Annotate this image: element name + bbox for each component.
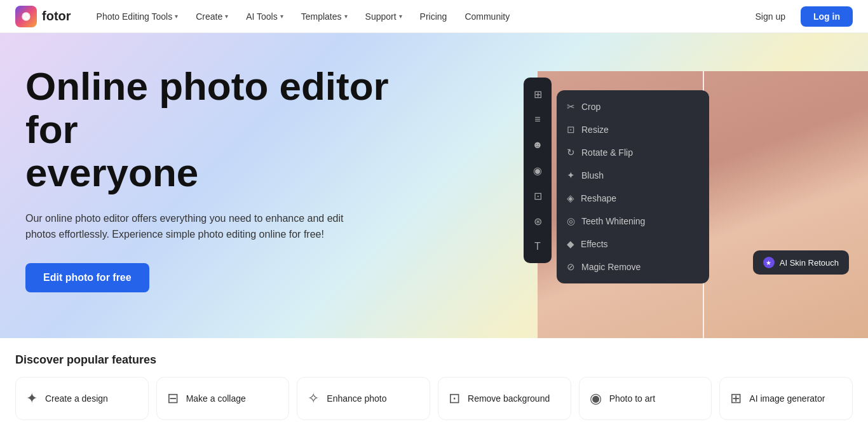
navbar: fotor Photo Editing Tools▾Create▾AI Tool… bbox=[0, 0, 868, 33]
editor-menu-rotate-&-flip[interactable]: ↻Rotate & Flip bbox=[557, 141, 709, 164]
ai-icon: ★ bbox=[763, 257, 775, 268]
feature-card-photo-to-art[interactable]: ◉Photo to art bbox=[579, 377, 712, 420]
ai-tooltip: ★ AI Skin Retouch bbox=[753, 250, 849, 275]
frame-icon[interactable]: ⊡ bbox=[526, 184, 549, 207]
menu-item-icon: ◆ bbox=[567, 238, 574, 250]
editor-menu-magic-remove[interactable]: ⊘Magic Remove bbox=[557, 255, 709, 278]
feature-icon: ◉ bbox=[590, 390, 602, 407]
nav-item-community[interactable]: Community bbox=[457, 8, 517, 25]
menu-item-icon: ⊡ bbox=[567, 124, 575, 135]
menu-item-icon: ↻ bbox=[567, 147, 575, 158]
chevron-down-icon: ▾ bbox=[175, 13, 178, 20]
edit-photo-button[interactable]: Edit photo for free bbox=[25, 263, 149, 292]
feature-card-ai-image-generator[interactable]: ⊞AI image generator bbox=[719, 377, 853, 420]
feature-label: Make a collage bbox=[186, 393, 246, 404]
menu-item-label: Crop bbox=[581, 102, 600, 112]
editor-menu-resize[interactable]: ⊡Resize bbox=[557, 118, 709, 141]
editor-menu-effects[interactable]: ◆Effects bbox=[557, 233, 709, 255]
feature-label: Enhance photo bbox=[327, 393, 386, 404]
editor-menu-crop[interactable]: ✂Crop bbox=[557, 95, 709, 118]
feature-icon: ⊞ bbox=[730, 390, 742, 407]
menu-item-icon: ✂ bbox=[567, 101, 575, 112]
feature-icon: ✦ bbox=[26, 390, 37, 407]
chevron-down-icon: ▾ bbox=[344, 13, 348, 20]
nav-item-photo-editing-tools[interactable]: Photo Editing Tools▾ bbox=[89, 8, 186, 25]
editor-panel: ⊞ ≡ ☻ ◉ ⊡ ⊛ T ✂Crop⊡Resize↻Rotate & Flip… bbox=[538, 71, 868, 325]
feature-label: Photo to art bbox=[609, 393, 655, 404]
grid-icon[interactable]: ⊞ bbox=[526, 83, 549, 106]
menu-item-icon: ✦ bbox=[567, 170, 575, 181]
feature-card-remove-background[interactable]: ⊡Remove background bbox=[438, 377, 571, 420]
editor-menu: ✂Crop⊡Resize↻Rotate & Flip✦Blush◈Reshape… bbox=[557, 90, 709, 283]
feature-icon: ⊡ bbox=[449, 390, 460, 407]
menu-item-label: Effects bbox=[581, 239, 608, 249]
eye-icon[interactable]: ◉ bbox=[526, 159, 549, 182]
nav-item-create[interactable]: Create▾ bbox=[188, 8, 236, 25]
logo[interactable]: fotor bbox=[15, 6, 71, 27]
feature-icon: ⊟ bbox=[167, 390, 179, 407]
editor-menu-reshape[interactable]: ◈Reshape bbox=[557, 187, 709, 210]
chevron-down-icon: ▾ bbox=[280, 13, 283, 20]
sign-up-button[interactable]: Sign up bbox=[748, 8, 793, 25]
editor-icon-column: ⊞ ≡ ☻ ◉ ⊡ ⊛ T bbox=[524, 78, 552, 263]
logo-icon bbox=[15, 6, 37, 27]
nav-item-templates[interactable]: Templates▾ bbox=[294, 8, 355, 25]
features-section: Discover popular features ✦Create a desi… bbox=[0, 338, 868, 422]
feature-icon: ✧ bbox=[308, 390, 319, 407]
menu-item-label: Resize bbox=[581, 125, 609, 135]
chevron-down-icon: ▾ bbox=[225, 13, 228, 20]
logo-text: fotor bbox=[42, 9, 71, 24]
feature-card-enhance-photo[interactable]: ✧Enhance photo bbox=[297, 377, 430, 420]
hero-text: Online photo editor for everyone Our onl… bbox=[25, 65, 432, 292]
log-in-button[interactable]: Log in bbox=[801, 6, 853, 27]
nav-actions: Sign up Log in bbox=[748, 6, 853, 27]
svg-point-0 bbox=[22, 12, 30, 20]
feature-label: Create a design bbox=[45, 393, 108, 404]
menu-item-icon: ◈ bbox=[567, 193, 574, 204]
menu-item-icon: ⊘ bbox=[567, 261, 575, 273]
person-icon[interactable]: ☻ bbox=[526, 133, 549, 156]
feature-label: AI image generator bbox=[749, 393, 825, 404]
hero-subtitle: Our online photo editor offers everythin… bbox=[25, 210, 356, 243]
nav-item-support[interactable]: Support▾ bbox=[358, 8, 410, 25]
nav-item-pricing[interactable]: Pricing bbox=[412, 8, 455, 25]
chevron-down-icon: ▾ bbox=[399, 13, 402, 20]
menu-item-label: Teeth Whitening bbox=[581, 216, 645, 226]
menu-item-label: Reshape bbox=[581, 193, 616, 203]
hero-title: Online photo editor for everyone bbox=[25, 65, 432, 195]
feature-label: Remove background bbox=[468, 393, 550, 404]
hero-section: Online photo editor for everyone Our onl… bbox=[0, 33, 868, 338]
sliders-icon[interactable]: ≡ bbox=[526, 108, 549, 131]
editor-menu-blush[interactable]: ✦Blush bbox=[557, 164, 709, 187]
menu-item-label: Rotate & Flip bbox=[581, 147, 633, 158]
menu-item-label: Magic Remove bbox=[581, 262, 641, 272]
text-icon[interactable]: T bbox=[526, 235, 549, 258]
menu-item-icon: ◎ bbox=[567, 215, 575, 227]
features-title: Discover popular features bbox=[15, 353, 853, 367]
group-icon[interactable]: ⊛ bbox=[526, 210, 549, 233]
nav-items: Photo Editing Tools▾Create▾AI Tools▾Temp… bbox=[89, 8, 748, 25]
feature-card-create-a-design[interactable]: ✦Create a design bbox=[15, 377, 149, 420]
editor-menu-teeth-whitening[interactable]: ◎Teeth Whitening bbox=[557, 210, 709, 233]
nav-item-ai-tools[interactable]: AI Tools▾ bbox=[238, 8, 291, 25]
menu-item-label: Blush bbox=[581, 170, 604, 180]
feature-card-make-a-collage[interactable]: ⊟Make a collage bbox=[156, 377, 290, 420]
features-grid: ✦Create a design⊟Make a collage✧Enhance … bbox=[15, 377, 853, 420]
